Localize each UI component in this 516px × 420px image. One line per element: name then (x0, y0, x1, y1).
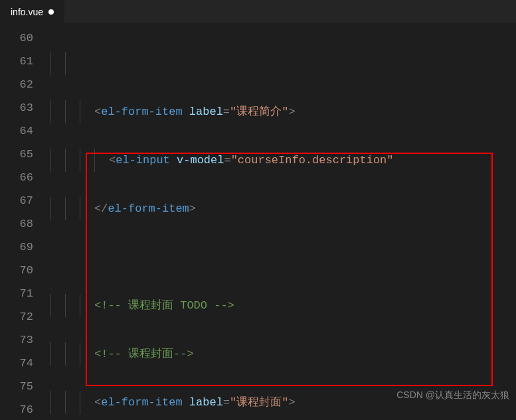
code-line: <el-input v-model="courseInfo.descriptio… (48, 149, 516, 172)
line-number: 66 (0, 166, 48, 189)
code-line: <!-- 课程封面--> (48, 342, 516, 366)
line-number: 67 (0, 189, 48, 212)
line-number: 76 (0, 398, 48, 420)
line-number: 71 (0, 282, 48, 305)
line-number: 72 (0, 305, 48, 328)
watermark: CSDN @认真生活的灰太狼 (396, 389, 509, 401)
code-line (48, 52, 516, 75)
line-number: 75 (0, 375, 48, 398)
code-line: <!-- 课程封面 TODO --> (48, 294, 516, 317)
line-number: 65 (0, 143, 48, 166)
dirty-indicator-icon (48, 9, 54, 15)
line-number: 70 (0, 259, 48, 282)
code-line (48, 245, 516, 269)
tab-filename: info.vue (11, 7, 43, 17)
line-number: 64 (0, 119, 48, 143)
line-number-gutter: 60 61 62 63 64 65 66 67 68 69 70 71 72 7… (0, 24, 48, 420)
line-number: 61 (0, 50, 48, 73)
editor: 60 61 62 63 64 65 66 67 68 69 70 71 72 7… (0, 24, 516, 420)
line-number: 68 (0, 212, 48, 236)
line-number: 60 (0, 27, 48, 50)
tab-bar: info.vue (0, 0, 516, 24)
code-area[interactable]: <el-form-item label="课程简介"> <el-input v-… (48, 24, 516, 420)
code-line: <el-form-item label="课程简介"> (48, 100, 516, 123)
line-number: 73 (0, 328, 48, 352)
line-number: 69 (0, 236, 48, 259)
file-tab[interactable]: info.vue (0, 0, 64, 24)
code-line: </el-form-item> (48, 197, 516, 220)
line-number: 74 (0, 352, 48, 375)
line-number: 63 (0, 96, 48, 119)
line-number: 62 (0, 73, 48, 96)
